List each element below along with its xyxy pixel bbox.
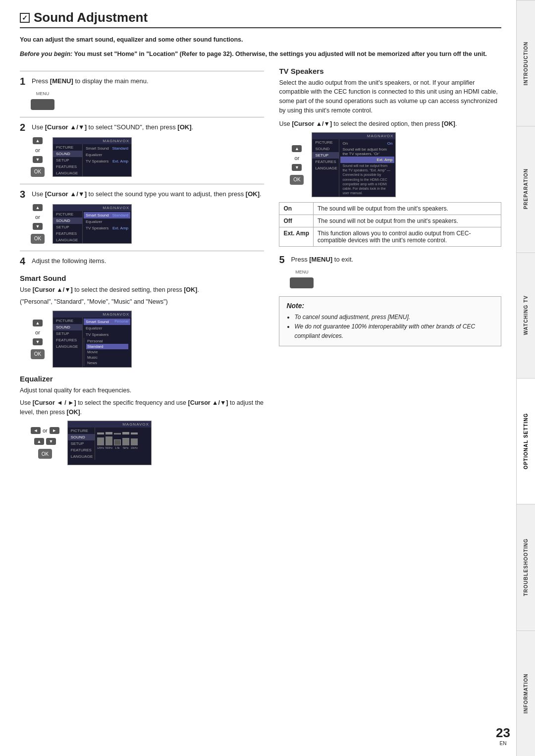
table-row-extamp: Ext. Amp This function allows you to con… — [279, 227, 501, 246]
step-2-num: 2 — [20, 121, 29, 133]
table-row-on: On The sound will be output from the uni… — [279, 202, 501, 215]
menu-setup-eq: SETUP — [68, 440, 95, 447]
menu-lang-eq: LANGUAGE — [68, 453, 95, 460]
ok-btn-3: OK — [31, 234, 45, 244]
step-5-illustration: MENU — [290, 270, 501, 288]
step-1-text: Press [MENU] to display the main menu. — [32, 75, 149, 86]
eq-menu: MAGNAVOX PICTURE SOUND SETUP FEATURES LA… — [67, 421, 152, 465]
menu-features-ss: FEATURES — [53, 337, 82, 343]
tv-speakers-illustration: ▲ or ▼ OK MAGNAVOX PICTURE SOUND — [290, 132, 501, 197]
arrow-left-eq: ◄ — [31, 427, 41, 434]
equalizer-section: Equalizer Adjust tonal quality for each … — [20, 375, 264, 465]
menu-pic-ss: PICTURE — [53, 318, 82, 324]
menu-sound-eq: SOUND — [68, 434, 95, 440]
tv-menu-header: MAGNAVOX — [53, 138, 131, 144]
tv-speakers-text2: Use [Cursor ▲/▼] to select the desired o… — [279, 119, 501, 129]
step-3-illustration: ▲ or ▼ OK MAGNAVOX PICTURE SOUND — [31, 204, 264, 244]
right-tv-speakers-3: TV SpeakersExt. Amp — [84, 225, 130, 231]
sidebar-tab-information[interactable]: INFORMATION — [517, 630, 535, 756]
right-ss-ss: Smart SoundPersonal — [84, 319, 130, 325]
menu-btn — [31, 99, 54, 110]
page-lang: EN — [500, 741, 507, 746]
arrow-up-3: ▲ — [33, 204, 43, 211]
right-tvs-ss: TV Speakers — [84, 331, 130, 338]
menu-lang-ss: LANGUAGE — [53, 343, 82, 350]
tv-menu-left: PICTURE SOUND SETUP FEATURES LANGUAGE — [53, 144, 83, 176]
ok-btn-1: OK — [31, 167, 45, 177]
step-5-menu-label: MENU — [295, 270, 309, 274]
intro-bold: You can adjust the smart sound, equalize… — [20, 35, 501, 45]
menu-item-language-3: LANGUAGE — [53, 237, 82, 243]
sidebar-tab-introduction[interactable]: INTRODUCTION — [517, 0, 535, 126]
step-2-menu: MAGNAVOX PICTURE SOUND SETUP FEATURES LA… — [53, 137, 132, 177]
options-table: On The sound will be output from the uni… — [279, 202, 501, 247]
tvs-menu: MAGNAVOX PICTURE SOUND SETUP FEATURES LA… — [312, 132, 396, 197]
arrow-down-tvs: ▼ — [292, 164, 302, 171]
option-label-on: On — [279, 202, 314, 215]
tv-menu-right-ss: Smart SoundPersonal Equalizer TV Speaker… — [83, 318, 131, 367]
tv-menu-left-eq: PICTURE SOUND SETUP FEATURES LANGUAGE — [68, 428, 95, 460]
smart-sound-remote: ▲ or ▼ OK — [31, 320, 45, 359]
menu-item-setup-3: SETUP — [53, 224, 82, 230]
equalizer-text1: Adjust tonal quality for each frequencie… — [20, 386, 264, 395]
menu-item-features-3: FEATURES — [53, 230, 82, 237]
tv-menu-header-tvs: MAGNAVOX — [312, 133, 395, 139]
smart-sound-title: Smart Sound — [20, 274, 264, 282]
nav-arrows-down: ▼ — [33, 156, 43, 163]
page-number: 23 — [496, 725, 510, 741]
tv-menu-left-ss: PICTURE SOUND SETUP FEATURES LANGUAGE — [53, 318, 83, 367]
menu-item-setup: SETUP — [53, 157, 82, 163]
arrow-down-3: ▼ — [33, 223, 43, 230]
smart-sound-section: Smart Sound Use [Cursor ▲/▼] to select t… — [20, 274, 264, 368]
page-number-area: 23 EN — [496, 725, 510, 746]
arrow-down: ▼ — [33, 156, 43, 163]
nav-arrows: ▲ — [33, 137, 43, 144]
tv-menu-right-tvs: OnOn Sound will be adjust from the TV sp… — [339, 139, 395, 197]
step-2-text: Use [Cursor ▲/▼] to select "SOUND", then… — [32, 121, 193, 132]
tv-speakers-section: TV Speakers Select the audio output from… — [279, 67, 501, 247]
option-desc-on: The sound will be output from the unit's… — [313, 202, 501, 215]
tv-menu-header-eq: MAGNAVOX — [68, 421, 151, 428]
tv-speakers-text1: Select the audio output from the unit's … — [279, 78, 501, 115]
table-row-off: Off The sound will not be output from th… — [279, 215, 501, 227]
step-3-text: Use [Cursor ▲/▼] to select the sound typ… — [32, 188, 262, 199]
menu-features-eq: FEATURES — [68, 447, 95, 453]
arrow-up-eq: ▲ — [34, 438, 44, 445]
tv-menu-right: Smart SoundStandard Equalizer TV Speaker… — [83, 144, 131, 176]
sidebar-tab-preparation[interactable]: PREPARATION — [517, 126, 535, 252]
arrow-up-ss: ▲ — [33, 320, 43, 326]
equalizer-text2: Use [Cursor ◄ / ►] to select the specifi… — [20, 398, 264, 417]
equalizer-title: Equalizer — [20, 375, 264, 383]
smart-sound-text2: ("Personal", "Standard", "Movie", "Music… — [20, 297, 264, 307]
sidebar-tabs: INTRODUCTION PREPARATION WATCHING TV OPT… — [516, 0, 535, 756]
smart-sound-menu: MAGNAVOX PICTURE SOUND SETUP FEATURES LA… — [53, 311, 132, 368]
eq-remote: ◄ or ► ▲ ▼ OK — [31, 427, 59, 459]
menu-setup-ss: SETUP — [53, 330, 82, 337]
step-4: 4 Adjust the following items. — [20, 255, 264, 267]
arrow-right-eq: ► — [50, 427, 59, 434]
main-content: ✓ Sound Adjustment You can adjust the sm… — [0, 0, 516, 487]
menu-pic-eq: PICTURE — [68, 428, 95, 434]
right-smart-sound: Smart SoundStandard — [84, 145, 130, 152]
step-1-illustration: MENU — [31, 91, 264, 110]
sidebar-tab-troubleshooting[interactable]: TROUBLESHOOTING — [517, 504, 535, 630]
ok-btn-eq: OK — [38, 449, 52, 459]
sidebar-tab-watching-tv[interactable]: WATCHING TV — [517, 252, 535, 378]
tv-menu-header-3: MAGNAVOX — [53, 205, 131, 211]
menu-pic-tvs: PICTURE — [312, 139, 339, 146]
ok-btn-tvs: OK — [290, 175, 304, 185]
step-4-text: Adjust the following items. — [32, 255, 106, 266]
menu-sound-ss: SOUND — [53, 324, 82, 330]
menu-label: MENU — [36, 91, 50, 96]
tvs-remote: ▲ or ▼ OK — [290, 145, 304, 185]
right-on-tvs: OnOn — [340, 140, 394, 147]
sidebar-tab-optional-setting[interactable]: OPTIONAL SETTING — [517, 378, 535, 504]
menu-item-sound-3: SOUND — [53, 217, 82, 224]
right-smart-sound-3: Smart SoundStandard — [84, 212, 130, 218]
tv-menu-left-tvs: PICTURE SOUND SETUP FEATURES LANGUAGE — [312, 139, 339, 197]
menu-item-picture: PICTURE — [53, 144, 82, 151]
right-extamp-tvs: Ext. Amp — [340, 157, 394, 163]
step-5: 5 Press [MENU] to exit. MENU — [279, 254, 501, 288]
menu-item-features: FEATURES — [53, 163, 82, 170]
arrow-up-tvs: ▲ — [292, 145, 302, 152]
